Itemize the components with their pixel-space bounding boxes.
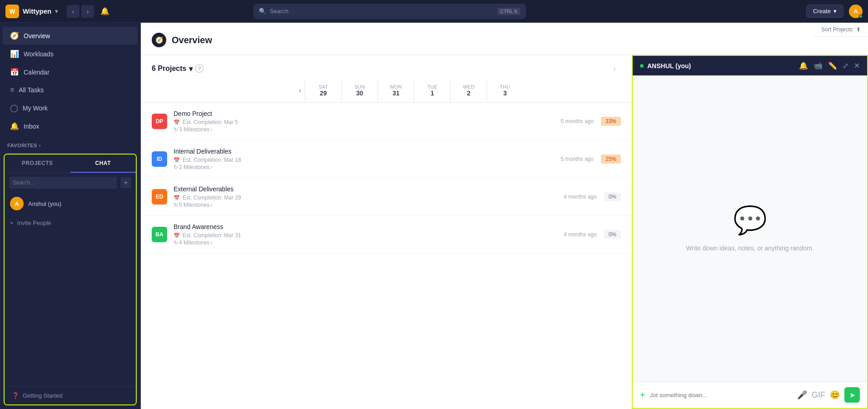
- chat-search-input[interactable]: [9, 177, 117, 189]
- project-info-demo: Demo Project 📅 Est. Completion: Mar 5 ↻ …: [174, 110, 560, 133]
- search-bar[interactable]: 🔍 Search CTRL K: [253, 4, 526, 19]
- jot-input[interactable]: [650, 392, 793, 399]
- compass-icon: 🧭: [10, 31, 19, 40]
- add-attachment-icon[interactable]: +: [640, 390, 645, 400]
- bell-panel-icon[interactable]: 🔔: [799, 61, 808, 70]
- help-icon[interactable]: ?: [195, 65, 203, 73]
- milestone-chevron-icon: ›: [210, 164, 212, 170]
- project-badge-brand: BA: [152, 227, 167, 242]
- table-row[interactable]: ID Internal Deliverables 📅 Est. Completi…: [141, 140, 632, 178]
- sidebar-item-all-tasks[interactable]: ≡ All Tasks: [3, 81, 138, 99]
- chat-bubble-icon: 💬: [733, 204, 767, 236]
- project-name: Brand Awareness: [174, 223, 564, 230]
- sidebar-item-calendar[interactable]: 📅 Calendar: [3, 63, 138, 81]
- cal-day-thu: THU 3: [486, 79, 523, 102]
- project-milestones-row[interactable]: ↻ 3 Milestones ›: [174, 126, 560, 133]
- emoji-icon[interactable]: 😊: [830, 390, 840, 400]
- project-milestones-row[interactable]: ↻ 2 Milestones ›: [174, 164, 560, 170]
- right-panel-title: ANSHUL (you): [647, 62, 795, 70]
- person-icon: ◯: [10, 104, 18, 112]
- bar-chart-icon: 📊: [10, 50, 19, 58]
- sidebar-item-my-work[interactable]: ◯ My Work: [3, 99, 138, 117]
- project-right-brand: 4 months ago 0%: [564, 230, 621, 239]
- create-button[interactable]: Create ▾: [806, 5, 843, 18]
- projects-count[interactable]: 6 Projects ▾ ?: [152, 65, 203, 73]
- sidebar: 🧭 Overview 📊 Workloads 📅 Calendar ≡ All …: [0, 23, 141, 409]
- milestone-icon: ↻: [174, 239, 178, 246]
- chat-add-button[interactable]: +: [120, 177, 131, 188]
- favorites-section[interactable]: FAVORITES ›: [0, 139, 140, 150]
- sidebar-item-label: Workloads: [24, 50, 54, 58]
- bell-icon[interactable]: 🔔: [99, 7, 110, 15]
- nav-forward-button[interactable]: ›: [81, 5, 94, 18]
- progress-badge: 0%: [604, 230, 621, 239]
- project-info-brand: Brand Awareness 📅 Est. Completion: Mar 3…: [174, 223, 564, 246]
- project-milestones-row[interactable]: ↻ 5 Milestones ›: [174, 202, 564, 208]
- edit-icon[interactable]: ✏️: [828, 61, 837, 70]
- calendar-small-icon: 📅: [174, 195, 180, 201]
- tab-chat[interactable]: CHAT: [70, 155, 136, 173]
- milestone-chevron-icon: ›: [210, 202, 212, 208]
- footer-icons: 🎤 GIF 😊: [797, 390, 840, 400]
- project-completion-row: 📅 Est. Completion: Mar 29: [174, 195, 564, 201]
- getting-started-row[interactable]: ❓ Getting Started: [5, 386, 136, 404]
- project-name: Internal Deliverables: [174, 148, 560, 155]
- project-name: External Deliverables: [174, 185, 564, 193]
- sidebar-nav: 🧭 Overview 📊 Workloads 📅 Calendar ≡ All …: [0, 23, 140, 139]
- sort-label: Sort Projects: [821, 26, 853, 33]
- sidebar-item-workloads[interactable]: 📊 Workloads: [3, 45, 138, 63]
- avatar[interactable]: A: [849, 5, 863, 18]
- projects-list-header: 6 Projects ▾ ? ‹: [141, 55, 632, 79]
- cal-nav-left[interactable]: ‹: [295, 86, 305, 95]
- sidebar-item-overview[interactable]: 🧭 Overview: [3, 27, 138, 45]
- project-time: 4 months ago: [564, 194, 597, 200]
- cal-day-mon: MON 31: [377, 79, 414, 102]
- gif-icon[interactable]: GIF: [812, 390, 825, 400]
- getting-started-label: Getting Started: [23, 392, 62, 399]
- close-icon[interactable]: ✕: [854, 61, 860, 70]
- project-time: 5 months ago: [560, 118, 594, 125]
- tab-projects[interactable]: PROJECTS: [5, 155, 70, 173]
- table-row[interactable]: BA Brand Awareness 📅 Est. Completion: Ma…: [141, 216, 632, 254]
- table-row[interactable]: DP Demo Project 📅 Est. Completion: Mar 5…: [141, 103, 632, 140]
- project-name: Demo Project: [174, 110, 560, 117]
- sidebar-item-inbox[interactable]: 🔔 Inbox: [3, 117, 138, 135]
- invite-people-row[interactable]: + Invite People: [5, 215, 136, 231]
- plus-icon: +: [10, 219, 14, 226]
- nav-back-button[interactable]: ‹: [67, 5, 79, 18]
- milestone-icon: ↻: [174, 202, 178, 208]
- project-badge-external: ED: [152, 189, 167, 204]
- project-completion-row: 📅 Est. Completion: Mar 18: [174, 157, 560, 163]
- search-icon: 🔍: [259, 8, 266, 15]
- project-completion-row: 📅 Est. Completion: Mar 31: [174, 232, 564, 239]
- right-panel-body: 💬 Write down ideas, notes, or anything r…: [633, 75, 867, 381]
- main-content: Sort Projects ⬆ 🧭 Overview 6 Projects ▾ …: [141, 23, 868, 409]
- right-panel: ANSHUL (you) 🔔 📹 ✏️ ⤢ ✕ 💬 Write down ide…: [632, 55, 868, 409]
- video-icon[interactable]: 📹: [813, 61, 823, 70]
- sidebar-item-label: My Work: [23, 105, 48, 112]
- list-icon: ≡: [10, 86, 14, 94]
- calendar-nav-left[interactable]: ‹: [608, 62, 621, 75]
- sidebar-item-label: Calendar: [24, 69, 50, 76]
- project-badge-demo: DP: [152, 114, 167, 129]
- project-badge-internal: ID: [152, 151, 167, 167]
- top-header: W Wittypen ▾ ‹ › 🔔 🔍 Search CTRL K Creat…: [0, 0, 868, 23]
- brand-logo[interactable]: W Wittypen ▾: [5, 5, 58, 18]
- chat-user-avatar: A: [10, 197, 24, 210]
- project-milestones-row[interactable]: ↻ 4 Milestones ›: [174, 239, 564, 246]
- projects-count-label: 6 Projects: [152, 65, 186, 73]
- project-time: 4 months ago: [564, 231, 597, 238]
- send-button[interactable]: ➤: [844, 387, 860, 403]
- progress-badge: 25%: [601, 155, 621, 164]
- invite-people-label: Invite People: [17, 219, 51, 226]
- bell-nav-icon: 🔔: [10, 122, 19, 130]
- project-time: 5 months ago: [560, 156, 594, 162]
- online-status-dot: [859, 15, 863, 18]
- milestone-icon: ↻: [174, 164, 178, 170]
- milestone-chevron-icon: ›: [210, 239, 212, 246]
- table-row[interactable]: ED External Deliverables 📅 Est. Completi…: [141, 178, 632, 216]
- nav-arrows: ‹ ›: [67, 5, 94, 18]
- microphone-icon[interactable]: 🎤: [797, 390, 807, 400]
- chat-user-anshul[interactable]: A Anshul (you): [5, 192, 136, 215]
- expand-icon[interactable]: ⤢: [843, 61, 848, 70]
